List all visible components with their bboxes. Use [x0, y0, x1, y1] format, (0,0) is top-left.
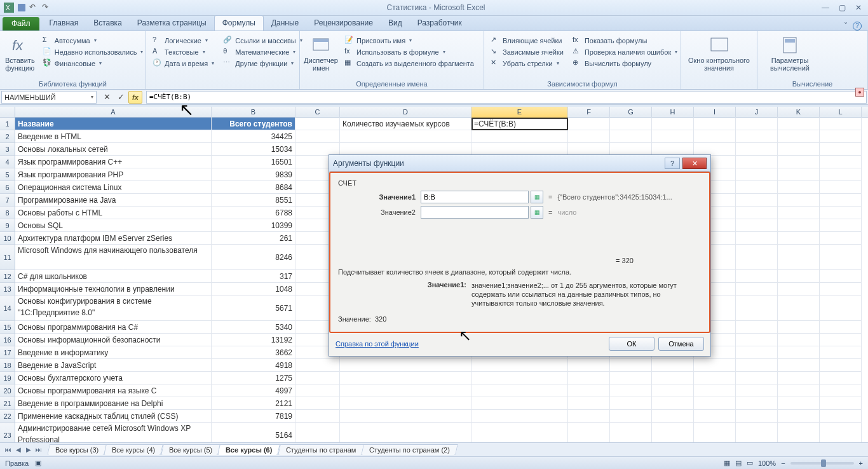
zoom-level[interactable]: 100% [758, 459, 776, 467]
cancel-button[interactable]: Отмена [658, 337, 704, 351]
cell[interactable]: Основы локальных сетей [15, 143, 212, 156]
sheet-nav-next-icon[interactable]: ▶ [24, 446, 33, 453]
tab-developer[interactable]: Разработчик [410, 16, 470, 31]
name-box[interactable]: НАИМЕНЬШИЙ▾ [1, 91, 97, 104]
cell[interactable] [340, 384, 471, 397]
cell[interactable] [820, 270, 862, 283]
cell[interactable] [340, 423, 471, 442]
cell[interactable] [778, 207, 820, 219]
cell[interactable] [778, 321, 820, 334]
cell[interactable] [471, 359, 568, 372]
macro-icon[interactable]: ▣ [35, 459, 41, 467]
datetime-button[interactable]: 🕐Дата и время▾ [150, 58, 217, 69]
cell[interactable] [736, 168, 778, 181]
cell[interactable] [610, 130, 652, 143]
cell[interactable] [736, 359, 778, 372]
cell[interactable] [652, 143, 694, 156]
cell[interactable] [778, 245, 820, 270]
cell[interactable] [820, 194, 862, 207]
cell[interactable] [736, 270, 778, 283]
help-icon[interactable]: ? [853, 22, 862, 31]
cell[interactable]: Название [15, 118, 212, 130]
sheet-tab[interactable]: Студенты по странам [278, 444, 364, 455]
sheet-nav-prev-icon[interactable]: ◀ [14, 446, 23, 453]
col-header[interactable]: B [212, 107, 295, 118]
cell[interactable] [778, 346, 820, 359]
row-header[interactable]: 19 [0, 372, 15, 384]
cell[interactable] [820, 156, 862, 168]
redo-icon[interactable]: ↷ [42, 3, 52, 13]
cell[interactable] [778, 372, 820, 384]
cell[interactable] [694, 372, 736, 384]
cell[interactable]: Основы конфигурирования в системе "1С:Пр… [15, 296, 212, 321]
cell[interactable] [295, 130, 340, 143]
zoom-in-icon[interactable]: + [859, 459, 863, 467]
cell[interactable]: Применение каскадных таблиц стилей (CSS) [15, 410, 212, 423]
tab-file[interactable]: Файл [3, 17, 39, 31]
cell[interactable] [820, 296, 862, 321]
cell[interactable] [736, 321, 778, 334]
cell[interactable] [610, 410, 652, 423]
arg1-ref-icon[interactable]: ▦ [531, 191, 543, 203]
cell[interactable] [736, 397, 778, 410]
row-header[interactable]: 17 [0, 346, 15, 359]
cell[interactable] [568, 359, 610, 372]
cell[interactable] [778, 270, 820, 283]
cell[interactable]: Основы информационной безопасности [15, 334, 212, 346]
cell[interactable] [820, 359, 862, 372]
cell[interactable] [568, 423, 610, 442]
cell[interactable] [471, 130, 568, 143]
calc-options-button[interactable]: Параметры вычислений [761, 34, 818, 79]
cell[interactable]: Основы работы с HTML [15, 207, 212, 219]
cell[interactable] [610, 118, 652, 130]
ribbon-minimize-icon[interactable]: ˅ [844, 22, 848, 31]
cell[interactable] [568, 130, 610, 143]
tab-data[interactable]: Данные [264, 16, 306, 31]
cell[interactable] [610, 397, 652, 410]
cell[interactable] [778, 156, 820, 168]
cell[interactable] [340, 372, 471, 384]
cell[interactable]: Основы SQL [15, 219, 212, 232]
col-header[interactable]: D [340, 107, 471, 118]
lookup-button[interactable]: 🔗Ссылки и массивы▾ [220, 35, 305, 46]
fx-icon[interactable]: fx [128, 91, 142, 104]
cell[interactable] [820, 245, 862, 270]
row-header[interactable]: 4 [0, 156, 15, 168]
col-header[interactable]: E [471, 107, 568, 118]
cell[interactable]: 7819 [212, 410, 295, 423]
math-button[interactable]: θМатематические▾ [220, 46, 305, 57]
row-header[interactable]: 1 [0, 118, 15, 130]
cell[interactable] [471, 384, 568, 397]
cell[interactable]: Введение в JavaScript [15, 359, 212, 372]
arg1-input[interactable] [421, 191, 529, 203]
cell[interactable] [736, 143, 778, 156]
cell[interactable] [736, 346, 778, 359]
cell[interactable]: 10399 [212, 219, 295, 232]
show-formulas-button[interactable]: fxПоказать формулы [570, 35, 680, 46]
cell[interactable] [340, 359, 471, 372]
define-name-button[interactable]: 📝Присвоить имя▾ [342, 35, 477, 46]
sheet-tab[interactable]: Все курсы (3) [47, 444, 107, 455]
row-header[interactable]: 23 [0, 423, 15, 442]
cell[interactable] [820, 118, 862, 130]
cell[interactable]: 4997 [212, 384, 295, 397]
cell[interactable]: Основы бухгалтерского учета [15, 372, 212, 384]
col-header[interactable]: L [820, 107, 862, 118]
cell[interactable] [736, 232, 778, 245]
cell[interactable]: Основы программирования на C# [15, 321, 212, 334]
dialog-close-icon[interactable]: ✕ [682, 158, 707, 169]
cell[interactable] [820, 168, 862, 181]
cell[interactable] [652, 130, 694, 143]
cell[interactable]: 261 [212, 232, 295, 245]
view-normal-icon[interactable]: ▦ [724, 459, 730, 467]
cell[interactable] [820, 207, 862, 219]
cell[interactable] [820, 181, 862, 194]
col-header[interactable]: I [694, 107, 736, 118]
cell[interactable] [778, 219, 820, 232]
zoom-slider[interactable] [790, 462, 854, 465]
cell[interactable]: Язык программирования PHP [15, 168, 212, 181]
cell[interactable] [340, 143, 471, 156]
row-header[interactable]: 8 [0, 207, 15, 219]
cell[interactable]: Всего студентов [212, 118, 295, 130]
arg2-input[interactable] [421, 206, 529, 219]
